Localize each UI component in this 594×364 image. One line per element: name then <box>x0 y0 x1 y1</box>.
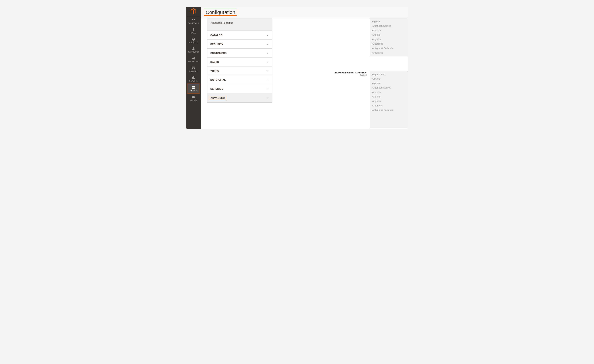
sidebar-item-reports[interactable]: REPORTS <box>186 74 201 84</box>
sidebar-item-label: DASHBOARD <box>188 22 199 24</box>
sidebar-item-content[interactable]: CONTENT <box>186 64 201 74</box>
config-tab-label: CUSTOMERS <box>210 52 227 54</box>
main-pane: Configuration Advanced Reporting CATALOG… <box>201 7 408 129</box>
chevron-down-icon <box>266 79 269 81</box>
store-icon <box>192 86 195 89</box>
config-tabs: Advanced Reporting CATALOGSECURITYCUSTOM… <box>201 18 272 127</box>
select-option[interactable]: Afghanistan <box>370 72 408 76</box>
sidebar-item-label: STORES <box>190 90 197 92</box>
select-option[interactable]: Argentina <box>370 50 408 55</box>
select-option[interactable]: Angola <box>370 94 408 99</box>
config-tab-label: YOTPO <box>210 69 219 72</box>
config-tab-dotdigital[interactable]: DOTDIGITAL <box>207 75 272 84</box>
layout-icon <box>192 66 195 70</box>
page-title: Configuration <box>204 9 237 16</box>
box-icon <box>192 37 195 41</box>
field-label-eucountries: European Union Countries <box>335 71 367 74</box>
config-tab-security[interactable]: SECURITY <box>207 40 272 48</box>
field-scope-eucountries: [global] <box>335 74 367 76</box>
gear-icon <box>192 95 195 99</box>
config-tab-label: CATALOG <box>210 34 223 36</box>
select-option[interactable]: Algeria <box>370 19 408 24</box>
sidebar-item-stores[interactable]: STORES <box>187 84 200 94</box>
config-subitem-advanced-reporting[interactable]: Advanced Reporting <box>207 18 272 31</box>
select-option[interactable]: Anguilla <box>370 37 408 41</box>
admin-sidebar: DASHBOARD$SALESCATALOGCUSTOMERSMARKETING… <box>186 7 201 129</box>
field-row-eucountries: European Union Countries [global] Afghan… <box>335 71 408 128</box>
multiselect-topcountries[interactable]: AlgeriaAmerican SamoaAndorraAngolaAnguil… <box>370 18 408 56</box>
content-area: Advanced Reporting CATALOGSECURITYCUSTOM… <box>201 18 408 127</box>
admin-window: DASHBOARD$SALESCATALOGCUSTOMERSMARKETING… <box>186 7 408 129</box>
config-tab-label: ADVANCED <box>209 96 226 100</box>
dashboard-icon <box>192 18 195 22</box>
sidebar-item-label: CATALOG <box>189 42 197 43</box>
chevron-down-icon <box>266 70 269 72</box>
config-tab-sales[interactable]: SALES <box>207 58 272 67</box>
multiselect-eucountries[interactable]: AfghanistanAlbaniaAlgeriaAmerican SamoaA… <box>370 71 408 128</box>
sidebar-item-marketing[interactable]: MARKETING <box>186 55 201 64</box>
chevron-down-icon <box>266 34 269 36</box>
chevron-down-icon <box>266 61 269 63</box>
config-fields: AlgeriaAmerican SamoaAndorraAngolaAnguil… <box>272 18 408 127</box>
sidebar-item-dashboard[interactable]: DASHBOARD <box>186 16 201 26</box>
sidebar-item-label: REPORTS <box>189 80 198 82</box>
magento-logo-icon <box>191 8 196 15</box>
select-option[interactable]: Albania <box>370 76 408 81</box>
page-header: Configuration <box>201 7 408 18</box>
config-tab-customers[interactable]: CUSTOMERS <box>207 48 272 58</box>
config-tab-services[interactable]: SERVICES <box>207 84 272 93</box>
select-option[interactable]: Anguilla <box>370 99 408 103</box>
select-option[interactable]: Algeria <box>370 81 408 85</box>
chevron-down-icon <box>266 43 269 45</box>
select-option[interactable]: Antigua & Barbuda <box>370 108 408 112</box>
sidebar-item-system[interactable]: SYSTEM <box>186 94 201 103</box>
select-option[interactable]: Andorra <box>370 28 408 33</box>
chevron-down-icon <box>266 52 269 54</box>
megaphone-icon <box>192 56 195 60</box>
config-tab-label: DOTDIGITAL <box>210 78 226 81</box>
person-icon <box>192 47 195 51</box>
chevron-down-icon <box>266 97 269 99</box>
sidebar-item-catalog[interactable]: CATALOG <box>186 35 201 45</box>
select-option[interactable]: Antigua & Barbuda <box>370 46 408 50</box>
select-option[interactable]: Andorra <box>370 90 408 94</box>
dollar-icon: $ <box>192 28 195 31</box>
config-tab-advanced[interactable]: ADVANCED <box>207 93 272 103</box>
field-row-topcountries: AlgeriaAmerican SamoaAndorraAngolaAnguil… <box>367 18 408 56</box>
select-option[interactable]: Antarctica <box>370 41 408 46</box>
svg-text:$: $ <box>193 28 194 31</box>
chevron-down-icon <box>266 88 269 90</box>
config-tab-label: SALES <box>210 61 219 63</box>
select-option[interactable]: American Samoa <box>370 85 408 90</box>
select-option[interactable]: Angola <box>370 33 408 37</box>
sidebar-item-label: CUSTOMERS <box>188 51 199 53</box>
sidebar-item-label: MARKETING <box>188 61 199 63</box>
sidebar-item-label: CONTENT <box>189 70 198 72</box>
config-tab-yotpo[interactable]: YOTPO <box>207 67 272 75</box>
sidebar-item-customers[interactable]: CUSTOMERS <box>186 45 201 55</box>
sidebar-item-label: SYSTEM <box>190 100 197 101</box>
config-tab-label: SERVICES <box>210 87 223 90</box>
config-tab-label: SECURITY <box>210 43 223 45</box>
select-option[interactable]: Antarctica <box>370 103 408 108</box>
sidebar-item-label: SALES <box>191 32 196 34</box>
bars-icon <box>192 76 195 79</box>
sidebar-item-sales[interactable]: $SALES <box>186 26 201 35</box>
select-option[interactable]: American Samoa <box>370 24 408 28</box>
config-tab-catalog[interactable]: CATALOG <box>207 31 272 40</box>
logo-cell[interactable] <box>187 7 200 16</box>
